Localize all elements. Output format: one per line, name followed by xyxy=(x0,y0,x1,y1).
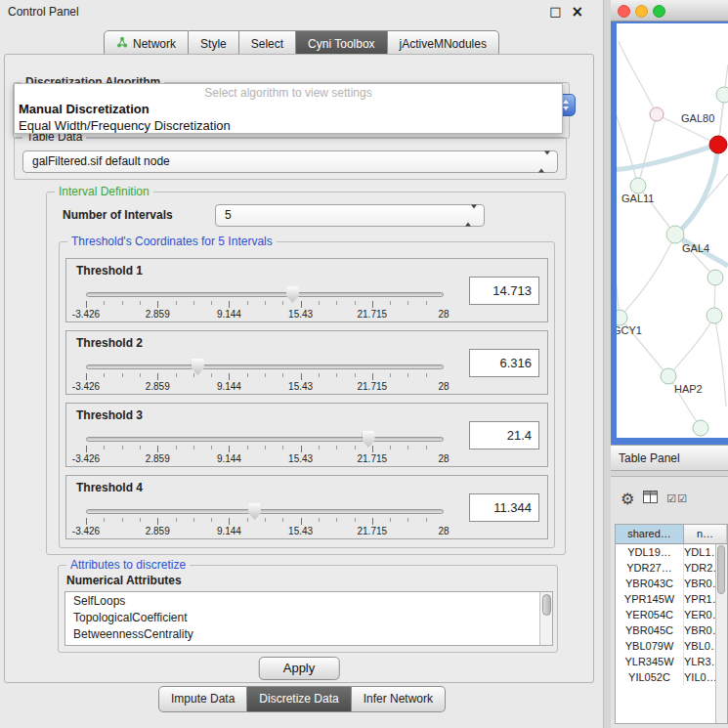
table-cell[interactable]: YPR1… xyxy=(684,591,715,607)
slider-scale-label: 28 xyxy=(438,526,449,536)
table-cell[interactable]: YBR043C xyxy=(616,576,684,591)
table-data-combobox[interactable]: galFiltered.sif default node xyxy=(22,150,558,173)
threshold-label: Threshold 4 xyxy=(76,481,143,494)
slider-scale-label: 21.715 xyxy=(358,381,388,392)
table-cell[interactable]: YER054C xyxy=(616,607,684,622)
column-header-name[interactable]: n… xyxy=(684,525,727,543)
slider-scale-label: 21.715 xyxy=(358,526,388,536)
table-row[interactable]: YBL079WYBL0… xyxy=(616,638,715,654)
table-cell[interactable]: YER0… xyxy=(684,607,715,622)
threshold-slider[interactable]: -3.4262.8599.14415.4321.71528 xyxy=(78,429,451,466)
tab-label: Discretize Data xyxy=(259,692,338,706)
slider-track[interactable] xyxy=(86,509,444,514)
network-node[interactable] xyxy=(707,270,723,285)
list-scrollbar[interactable] xyxy=(539,592,552,645)
table-cell[interactable]: YBR0… xyxy=(684,576,715,591)
slider-scale-label: 9.144 xyxy=(217,453,241,464)
network-node[interactable] xyxy=(617,310,627,325)
table-cell[interactable]: YDL1… xyxy=(684,544,715,560)
table-cell[interactable]: YLR345W xyxy=(616,654,684,669)
slider-major-ticks xyxy=(86,301,444,308)
slider-scale-label: 28 xyxy=(438,309,449,320)
bottom-tab-bar: Impute Data Discretize Data Infer Networ… xyxy=(0,686,604,712)
table-cell[interactable]: YDR27… xyxy=(616,560,684,576)
close-icon[interactable]: × xyxy=(571,0,583,23)
algorithm-option-equal-width[interactable]: Equal Width/Frequency Discretization xyxy=(15,117,562,134)
threshold-value-field[interactable]: 11.344 xyxy=(469,493,539,522)
list-item[interactable]: SelfLoops xyxy=(65,593,538,610)
column-header-shared-name[interactable]: shared… xyxy=(616,525,684,543)
slider-track[interactable] xyxy=(86,292,444,297)
table-panel-titlebar: Table Panel xyxy=(611,445,728,471)
network-node[interactable] xyxy=(661,368,676,384)
threshold-slider[interactable]: -3.4262.8599.14415.4321.71528 xyxy=(78,284,451,321)
list-item[interactable]: BetweennessCentrality xyxy=(65,626,538,643)
table-row[interactable]: YBR043CYBR0… xyxy=(616,576,715,591)
tab-label: Infer Network xyxy=(364,692,433,706)
threshold-slider[interactable]: -3.4262.8599.14415.4321.71528 xyxy=(78,357,451,394)
network-node[interactable] xyxy=(709,136,727,153)
threshold-slider[interactable]: -3.4262.8599.14415.4321.71528 xyxy=(78,501,451,538)
combo-arrows-icon xyxy=(538,151,550,172)
tab-infer-network[interactable]: Infer Network xyxy=(352,686,446,712)
slider-track[interactable] xyxy=(86,437,444,442)
threshold-value-field[interactable]: 14.713 xyxy=(469,277,539,305)
table-row[interactable]: YBR045CYBR0… xyxy=(616,622,715,638)
table-row[interactable]: YIL052CYIL0… xyxy=(616,669,715,685)
columns-icon[interactable] xyxy=(643,491,658,506)
slider-scale: -3.4262.8599.14415.4321.71528 xyxy=(86,309,444,321)
network-canvas-svg: GAL80GAL11GAL4GCY1HAP2 xyxy=(617,23,728,438)
threshold-panel-3: Threshold 3 -3.4262.8599.14415.4321.7152… xyxy=(65,403,548,467)
table-cell[interactable]: YBR045C xyxy=(616,622,684,638)
list-item[interactable]: TopologicalCoefficient xyxy=(65,610,538,626)
tab-label: Network xyxy=(133,37,176,51)
threshold-label: Threshold 2 xyxy=(76,336,143,350)
close-traffic-light[interactable] xyxy=(618,5,630,18)
node-label: GAL4 xyxy=(682,242,709,254)
table-scrollbar[interactable] xyxy=(715,544,727,723)
tab-discretize-data[interactable]: Discretize Data xyxy=(247,686,351,712)
table-row[interactable]: YLR345WYLR3… xyxy=(616,654,715,669)
network-node[interactable] xyxy=(666,226,684,243)
table-cell[interactable]: YDR2… xyxy=(684,560,715,576)
table-cell[interactable]: YDL19… xyxy=(616,544,684,560)
network-node[interactable] xyxy=(716,87,728,103)
table-cell[interactable]: YBR0… xyxy=(684,622,715,638)
node-label: HAP2 xyxy=(674,383,703,395)
select-columns-checkboxes-icon[interactable]: ☑☑ xyxy=(666,492,688,505)
table-cell[interactable]: YIL052C xyxy=(616,669,684,685)
interval-definition-title: Interval Definition xyxy=(55,185,153,198)
network-node[interactable] xyxy=(693,420,708,436)
network-node[interactable] xyxy=(650,107,664,121)
minimize-traffic-light[interactable] xyxy=(635,5,648,18)
table-cell[interactable]: YLR3… xyxy=(684,654,715,669)
network-node[interactable] xyxy=(630,178,646,193)
table-row[interactable]: YER054CYER0… xyxy=(616,607,715,622)
network-canvas[interactable]: GAL80GAL11GAL4GCY1HAP2 xyxy=(617,23,728,438)
slider-scale-label: 21.715 xyxy=(358,453,388,464)
table-row[interactable]: YPR145WYPR1… xyxy=(616,591,715,607)
tab-impute-data[interactable]: Impute Data xyxy=(158,686,247,712)
slider-scale-label: 15.43 xyxy=(288,381,313,392)
apply-button[interactable]: Apply xyxy=(259,657,340,680)
table-row[interactable]: YDL19…YDL1… xyxy=(616,544,715,560)
table-row[interactable]: YDR27…YDR2… xyxy=(616,560,715,576)
float-window-icon[interactable]: □ xyxy=(549,0,561,23)
network-node[interactable] xyxy=(707,308,722,323)
gear-icon[interactable]: ⚙ xyxy=(621,490,634,508)
threshold-value-field[interactable]: 21.4 xyxy=(469,421,539,450)
network-edge-thick xyxy=(617,145,718,170)
scrollbar-thumb[interactable] xyxy=(542,594,551,616)
slider-track[interactable] xyxy=(86,364,444,369)
scrollbar-thumb[interactable] xyxy=(717,545,725,594)
number-of-intervals-combobox[interactable]: 5 xyxy=(215,204,485,227)
table-cell[interactable]: YBL079W xyxy=(616,638,684,654)
slider-scale-label: -3.426 xyxy=(72,453,100,464)
table-cell[interactable]: YBL0… xyxy=(684,638,715,654)
algorithm-option-manual[interactable]: Manual Discretization xyxy=(15,100,562,117)
table-cell[interactable]: YIL0… xyxy=(684,669,715,685)
threshold-value-field[interactable]: 6.316 xyxy=(469,349,539,377)
stepper-up-icon xyxy=(563,100,569,104)
zoom-traffic-light[interactable] xyxy=(653,5,665,18)
table-cell[interactable]: YPR145W xyxy=(616,591,684,607)
